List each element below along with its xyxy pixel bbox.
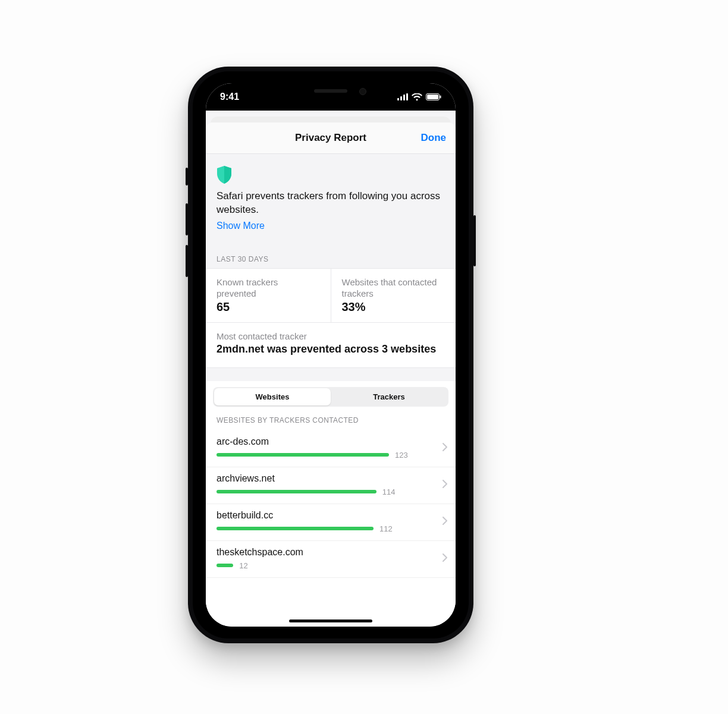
cellular-signal-icon <box>397 93 408 100</box>
segmented-control-wrap: Websites Trackers <box>206 381 456 413</box>
stats-row: Known trackers prevented 65 Websites tha… <box>206 268 456 323</box>
privacy-report-sheet: Privacy Report Done Safari prevents trac… <box>206 122 456 627</box>
chevron-right-icon <box>443 553 447 564</box>
websites-list: arc-des.com123archviews.net114betterbuil… <box>206 430 456 578</box>
website-row[interactable]: thesketchspace.com12 <box>206 541 456 578</box>
stat-websites-contacted: Websites that contacted trackers 33% <box>331 269 456 323</box>
intro-text: Safari prevents trackers from following … <box>216 190 445 217</box>
website-domain: arc-des.com <box>216 436 445 447</box>
tracker-count: 112 <box>379 524 393 533</box>
tracker-count: 114 <box>382 487 396 496</box>
tracker-count: 12 <box>239 561 247 570</box>
screen: 9:41 Privacy Report <box>206 83 456 627</box>
stat-value: 65 <box>216 300 320 314</box>
most-contacted-section: Most contacted tracker 2mdn.net was prev… <box>206 323 456 367</box>
chevron-right-icon <box>443 517 447 527</box>
website-domain: thesketchspace.com <box>216 547 445 558</box>
sheet-title: Privacy Report <box>295 132 366 144</box>
chevron-right-icon <box>443 480 447 490</box>
stat-value: 33% <box>342 300 445 314</box>
website-row[interactable]: arc-des.com123 <box>206 430 456 467</box>
tracker-count-bar <box>216 453 389 457</box>
shield-icon <box>216 166 232 184</box>
website-domain: archviews.net <box>216 473 445 484</box>
volume-down-button <box>186 245 188 277</box>
home-indicator[interactable] <box>289 619 372 622</box>
stat-known-trackers: Known trackers prevented 65 <box>206 269 331 323</box>
svg-rect-1 <box>427 95 438 99</box>
intro-section: Safari prevents trackers from following … <box>206 154 456 240</box>
stat-label: Known trackers prevented <box>216 277 320 300</box>
most-contacted-value: 2mdn.net was prevented across 3 websites <box>216 342 445 356</box>
segmented-control[interactable]: Websites Trackers <box>213 387 448 407</box>
website-row[interactable]: archviews.net114 <box>206 467 456 504</box>
list-section-label: WEBSITES BY TRACKERS CONTACTED <box>206 413 456 430</box>
tracker-count: 123 <box>395 451 408 460</box>
tab-trackers[interactable]: Trackers <box>331 388 447 405</box>
period-label: LAST 30 DAYS <box>206 240 456 268</box>
mute-switch <box>186 168 188 185</box>
tracker-count-bar <box>216 564 233 567</box>
tab-websites[interactable]: Websites <box>214 388 331 405</box>
website-domain: betterbuild.cc <box>216 510 445 521</box>
wifi-icon <box>412 93 422 101</box>
notch <box>271 83 390 101</box>
website-row[interactable]: betterbuild.cc112 <box>206 504 456 541</box>
battery-icon <box>426 93 441 100</box>
section-gap <box>206 368 456 381</box>
chevron-right-icon <box>443 443 447 454</box>
tracker-count-bar <box>216 490 376 493</box>
show-more-link[interactable]: Show More <box>216 221 265 231</box>
side-button <box>473 215 476 266</box>
status-time: 9:41 <box>220 92 239 102</box>
most-contacted-label: Most contacted tracker <box>216 331 445 341</box>
sheet-header: Privacy Report Done <box>206 122 456 154</box>
svg-rect-2 <box>440 96 441 99</box>
phone-frame: 9:41 Privacy Report <box>188 67 473 643</box>
stat-label: Websites that contacted trackers <box>342 277 445 300</box>
tracker-count-bar <box>216 527 374 530</box>
done-button[interactable]: Done <box>421 122 447 153</box>
volume-up-button <box>186 203 188 235</box>
